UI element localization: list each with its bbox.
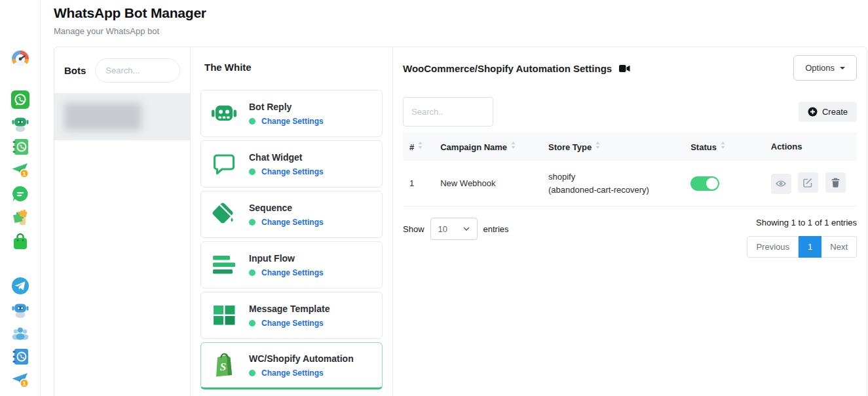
feature-card-label: Chat Widget [249, 152, 324, 163]
view-button[interactable] [771, 174, 791, 194]
chat-bubble-icon [210, 150, 238, 178]
feature-card-wc-shopify-automation[interactable]: S WC/Shopify Automation Change Settings [200, 342, 383, 389]
paint-bucket-icon [210, 201, 238, 228]
dashboard-icon[interactable] [11, 50, 29, 68]
column-header-store-type[interactable]: Store Type [542, 132, 684, 161]
change-settings-link[interactable]: Change Settings [261, 268, 324, 277]
table-header-row: # Campaign Name Store Type Status Action [403, 132, 857, 161]
robot-icon [210, 100, 238, 127]
status-dot [249, 269, 255, 276]
previous-page-button[interactable]: Previous [747, 236, 799, 258]
telegram-groups-icon[interactable] [11, 324, 29, 342]
row-number-cell: 1 [403, 161, 434, 207]
workspace-card: Bots The White [54, 47, 867, 396]
change-settings-link[interactable]: Change Settings [261, 117, 324, 126]
panel-title: WooCommerce/Shopify Automation Settings [403, 63, 612, 74]
pagination: Previous 1 Next [747, 236, 857, 258]
sort-icon [721, 141, 725, 151]
table-search-input[interactable] [403, 97, 493, 127]
entries-label: entries [483, 224, 509, 234]
whatsapp-campaign-icon[interactable]: 1 [11, 161, 29, 180]
whatsapp-bot-icon[interactable] [11, 114, 29, 132]
grid-icon [210, 302, 238, 329]
toggle-knob [706, 178, 718, 189]
column-header-actions: Actions [764, 132, 857, 161]
whatsapp-contacts-icon[interactable] [11, 138, 29, 156]
sort-icon [418, 141, 423, 151]
telegram-campaign-icon[interactable]: 1 [11, 371, 29, 389]
feature-card-message-template[interactable]: Message Template Change Settings [200, 292, 383, 339]
delete-button[interactable] [825, 172, 846, 193]
trash-icon [831, 178, 840, 188]
column-header-num[interactable]: # [403, 132, 434, 161]
change-settings-link[interactable]: Change Settings [261, 319, 324, 328]
create-button[interactable]: Create [799, 102, 857, 122]
feature-card-label: Message Template [249, 304, 330, 314]
campaign-name-cell: New Webhook [434, 161, 542, 207]
video-camera-icon[interactable] [619, 64, 630, 73]
change-settings-link[interactable]: Change Settings [261, 218, 324, 227]
chevron-down-icon [463, 227, 470, 231]
bot-list-item-selected[interactable] [54, 93, 190, 140]
show-label: Show [403, 224, 425, 234]
chevron-down-icon [840, 67, 845, 69]
bars-icon [210, 251, 238, 279]
table-row: 1 New Webhook shopify (abandoned-cart-re… [403, 161, 857, 207]
plus-circle-icon [808, 107, 818, 117]
app-icon-sidebar: 1 [0, 0, 41, 396]
feature-card-label: Input Flow [249, 253, 324, 264]
automation-table: # Campaign Name Store Type Status Action [403, 132, 857, 207]
options-button[interactable]: Options [793, 55, 857, 81]
eye-icon [776, 180, 786, 188]
feature-card-bot-reply[interactable]: Bot Reply Change Settings [200, 90, 383, 137]
status-dot [249, 320, 255, 327]
bots-panel: Bots [54, 47, 191, 396]
svg-text:1: 1 [22, 170, 26, 177]
telegram-icon[interactable] [11, 277, 29, 295]
telegram-bot-icon[interactable] [11, 300, 29, 319]
telegram-contacts-icon[interactable] [11, 347, 29, 366]
sort-icon [511, 141, 516, 151]
edit-icon [803, 178, 813, 188]
bot-features-panel: The White [191, 47, 393, 396]
feature-card-sequence[interactable]: Sequence Change Settings [200, 191, 383, 238]
feature-card-chat-widget[interactable]: Chat Widget Change Settings [200, 140, 383, 188]
svg-text:1: 1 [22, 380, 26, 387]
change-settings-link[interactable]: Change Settings [261, 368, 324, 378]
status-dot [249, 370, 255, 376]
feature-card-label: Sequence [249, 203, 324, 213]
edit-button[interactable] [798, 172, 818, 193]
page-size-select[interactable]: 10 [430, 218, 478, 240]
next-page-button[interactable]: Next [821, 236, 857, 258]
page-title: WhatsApp Bot Manager [54, 5, 868, 21]
store-type-cell: shopify (abandoned-cart-recovery) [542, 161, 684, 207]
automation-settings-panel: WooCommerce/Shopify Automation Settings … [393, 47, 867, 396]
status-dot [249, 219, 255, 226]
column-header-campaign-name[interactable]: Campaign Name [434, 132, 542, 161]
svg-text:S: S [220, 361, 226, 373]
whatsapp-chat-icon[interactable] [11, 185, 29, 203]
page-1-button[interactable]: 1 [799, 236, 821, 258]
page-subtitle: Manage your WhatsApp bot [54, 26, 868, 36]
change-settings-link[interactable]: Change Settings [261, 167, 324, 176]
bots-panel-title: Bots [64, 65, 86, 76]
shop-icon[interactable] [11, 232, 29, 250]
status-dot [249, 118, 255, 125]
status-dot [249, 168, 255, 175]
bot-name-title: The White [204, 62, 383, 73]
showing-entries-text: Showing 1 to 1 of 1 entries [756, 218, 857, 228]
bot-name-blurred [64, 103, 142, 130]
whatsapp-icon[interactable] [11, 90, 29, 109]
feature-card-input-flow[interactable]: Input Flow Change Settings [200, 241, 383, 288]
shopify-bag-icon: S [210, 351, 238, 379]
status-toggle[interactable] [690, 176, 719, 191]
feature-card-label: Bot Reply [249, 102, 324, 112]
sort-icon [595, 141, 600, 151]
column-header-status[interactable]: Status [684, 132, 764, 161]
integrations-icon[interactable] [11, 208, 29, 227]
feature-card-label: WC/Shopify Automation [249, 353, 354, 364]
bots-search-input[interactable] [95, 58, 180, 83]
